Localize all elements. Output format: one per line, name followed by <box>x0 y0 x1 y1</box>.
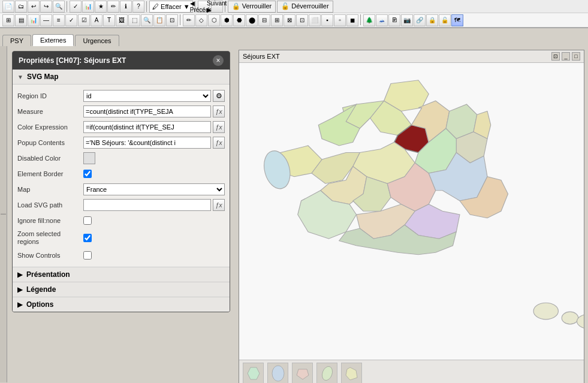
toolbar-btn-edit[interactable]: ✏ <box>107 1 119 13</box>
svg-map-section-header[interactable]: ▼ SVG Map <box>13 70 230 85</box>
tb2-btn-5[interactable]: ≡ <box>53 14 65 26</box>
zoom-selected-label: Zoom selected regions <box>17 230 83 246</box>
tb2-btn-13[interactable]: 📋 <box>153 14 165 26</box>
tb2-btn-19[interactable]: ⬣ <box>233 14 245 26</box>
btn-deverrouiller[interactable]: 🔓 Déverrouiller <box>277 1 333 13</box>
map-minimize-button[interactable]: _ <box>562 52 570 61</box>
tb2-btn-20[interactable]: ⬤ <box>246 14 258 26</box>
color-expression-fx-button[interactable]: ƒx <box>213 121 225 133</box>
tb2-btn-17[interactable]: ⬡ <box>208 14 220 26</box>
tb2-btn-8[interactable]: A <box>91 14 102 26</box>
toolbar-btn-star[interactable]: ★ <box>95 1 107 13</box>
options-section[interactable]: ▶ Options <box>13 297 230 312</box>
region-id-select[interactable]: id <box>83 90 211 102</box>
tb2-btn-7[interactable]: ☑ <box>78 14 90 26</box>
left-panel: Propriétés [CH07]: Séjours EXT × ▼ SVG M… <box>7 46 235 382</box>
toolbar-btn-2[interactable]: 🗂 <box>15 1 27 13</box>
tb2-btn-24[interactable]: ⊡ <box>296 14 308 26</box>
toolbar-btn-undo[interactable]: ↩ <box>28 1 40 13</box>
tb2-btn-3[interactable]: 📊 <box>28 14 40 26</box>
measure-control: ƒx <box>83 105 225 117</box>
popup-contents-fx-button[interactable]: ƒx <box>213 137 225 149</box>
toolbar-btn-1[interactable]: 📄 <box>2 1 14 13</box>
disabled-color-label: Disabled Color <box>17 155 83 162</box>
measure-input[interactable] <box>83 105 211 117</box>
tab-psy[interactable]: PSY <box>2 35 31 46</box>
tb2-btn-33[interactable]: 🔗 <box>414 14 426 26</box>
tb2-btn-active[interactable]: 🗺 <box>451 14 463 26</box>
props-dialog-body: ▼ SVG Map Region ID id ⚙ <box>13 70 230 312</box>
tb2-btn-16[interactable]: ◇ <box>195 14 207 26</box>
effacer-label: 🖊 Effacer <box>152 3 182 10</box>
show-controls-checkbox[interactable] <box>83 251 92 260</box>
presentation-section[interactable]: ▶ Présentation <box>13 267 230 282</box>
measure-fx-button[interactable]: ƒx <box>213 105 225 117</box>
popup-contents-input[interactable] <box>83 137 211 149</box>
toolbar-btn-chart[interactable]: 📊 <box>82 1 94 13</box>
side-collapsed-panel[interactable]: | <box>0 46 7 382</box>
effacer-dropdown[interactable]: 🖊 Effacer ▼ <box>149 1 193 13</box>
load-svg-path-input[interactable] <box>83 199 211 211</box>
btn-verrouiller[interactable]: 🔒 Verrouiller <box>228 1 276 13</box>
thumb-4-svg <box>318 364 336 382</box>
element-border-control <box>83 170 225 178</box>
tb2-btn-29[interactable]: 🌲 <box>363 14 375 26</box>
show-controls-label: Show Controls <box>17 252 83 259</box>
measure-row: Measure ƒx <box>17 104 225 119</box>
tb2-btn-32[interactable]: 📷 <box>401 14 413 26</box>
ignore-fill-label: Ignore fill:none <box>17 217 83 224</box>
map-label: Map <box>17 186 83 193</box>
tb2-btn-4[interactable]: — <box>40 14 52 26</box>
tb2-btn-11[interactable]: ⬚ <box>128 14 140 26</box>
props-close-button[interactable]: × <box>213 55 224 66</box>
toolbar-btn-search[interactable]: 🔍 <box>53 1 65 13</box>
thumb-5-svg <box>343 364 361 382</box>
load-svg-path-fx-button[interactable]: ƒx <box>213 199 225 211</box>
zoom-selected-checkbox[interactable] <box>83 234 92 242</box>
toolbar-btn-help[interactable]: ? <box>132 1 144 13</box>
btn-suivant[interactable]: Suivant ▶ <box>211 1 223 13</box>
toolbar-btn-check[interactable]: ✓ <box>70 1 82 13</box>
separator-4 <box>225 1 226 12</box>
tb2-btn-18[interactable]: ⬢ <box>221 14 233 26</box>
ignore-fill-checkbox[interactable] <box>83 216 92 225</box>
france-svg-map[interactable] <box>239 63 584 360</box>
disabled-color-picker[interactable] <box>83 152 95 164</box>
tb2-btn-31[interactable]: 🖹 <box>388 14 400 26</box>
tb2-btn-26[interactable]: ▪ <box>321 14 333 26</box>
tb2-btn-34[interactable]: 🔒 <box>426 14 438 26</box>
toolbar-btn-redo[interactable]: ↪ <box>40 1 52 13</box>
tb2-btn-30[interactable]: 🗻 <box>376 14 388 26</box>
tb2-btn-28[interactable]: ◼ <box>346 14 358 26</box>
tb2-btn-27[interactable]: ▫ <box>334 14 346 26</box>
tb2-btn-6[interactable]: ✓ <box>65 14 77 26</box>
map-thumb-4 <box>316 363 337 383</box>
tb2-btn-23[interactable]: ⊠ <box>284 14 295 26</box>
region-id-gear-button[interactable]: ⚙ <box>213 90 225 102</box>
tb2-btn-21[interactable]: ⊟ <box>258 14 270 26</box>
tb2-btn-10[interactable]: 🖼 <box>116 14 128 26</box>
tab-externes[interactable]: Externes <box>32 34 74 46</box>
color-expression-input[interactable] <box>83 121 211 133</box>
tb2-btn-22[interactable]: ⊞ <box>271 14 283 26</box>
tb2-btn-9[interactable]: T <box>103 14 115 26</box>
element-border-checkbox[interactable] <box>83 170 92 178</box>
tb2-btn-25[interactable]: ⬜ <box>309 14 321 26</box>
map-strip <box>239 360 584 384</box>
ignore-fill-row: Ignore fill:none <box>17 213 225 228</box>
map-restore-button[interactable]: ⊡ <box>551 52 560 61</box>
tb2-btn-12[interactable]: 🔍 <box>141 14 153 26</box>
tb2-btn-14[interactable]: ⊡ <box>166 14 178 26</box>
legende-section[interactable]: ▶ Légende <box>13 282 230 297</box>
toolbar-btn-info[interactable]: ℹ <box>120 1 132 13</box>
ignore-fill-control <box>83 216 225 225</box>
tb2-btn-1[interactable]: ⊞ <box>2 14 14 26</box>
svg-point-31 <box>320 364 334 381</box>
map-select[interactable]: France <box>83 183 225 195</box>
tb2-btn-15[interactable]: ✏ <box>183 14 195 26</box>
tb2-btn-35[interactable]: 🔓 <box>439 14 451 26</box>
map-maximize-button[interactable]: □ <box>572 52 580 61</box>
thumb-1-svg <box>245 364 263 382</box>
tb2-btn-2[interactable]: ▤ <box>15 14 27 26</box>
tab-urgences[interactable]: Urgences <box>75 35 119 46</box>
